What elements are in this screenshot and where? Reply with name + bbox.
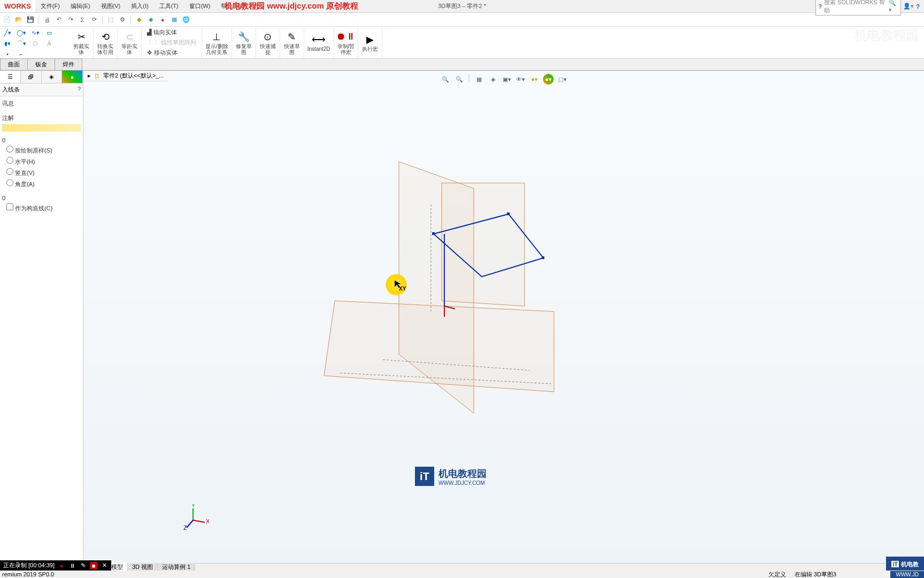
tab-weldment[interactable]: 焊件 xyxy=(55,58,82,70)
text-tool-icon[interactable]: A xyxy=(43,39,56,48)
appearance-tab[interactable]: ● xyxy=(62,71,83,83)
panel-title: 入线条 xyxy=(2,86,20,94)
option-horizontal[interactable]: 水平(H) xyxy=(2,156,81,167)
rec-stop-icon[interactable]: ■ xyxy=(90,562,97,569)
relations-icon[interactable]: ⊥ xyxy=(208,31,225,43)
snap-icon[interactable]: ⊙ xyxy=(259,31,276,43)
option-as-sketched[interactable]: 按绘制原样(S) xyxy=(2,144,81,156)
breadcrumb-part[interactable]: 零件2 (默认<<默认>_... xyxy=(103,72,164,80)
repair-icon[interactable]: 🔧 xyxy=(235,31,252,43)
spline-tool-icon[interactable]: ∿▾ xyxy=(29,28,42,37)
feature-tree-tab[interactable]: ☰ xyxy=(0,71,21,83)
tool-icon-3[interactable]: ● xyxy=(158,15,167,25)
model-tabs-bar: 模型 3D 视图 运动算例 1 xyxy=(0,563,924,571)
rapid-sketch-icon[interactable]: ✎ xyxy=(283,31,301,43)
view-orient-icon[interactable]: ◈ xyxy=(488,74,498,85)
document-title: 3D草图3 – 零件2 * xyxy=(438,2,486,10)
property-tab[interactable]: 🗊 xyxy=(21,71,42,83)
pattern-icon: ⋮⋮ xyxy=(147,39,159,46)
polygon-tool-icon[interactable]: ⬡ xyxy=(29,39,42,48)
rec-pause2-icon[interactable]: ⏸ xyxy=(68,562,76,569)
move-icon: ✥ xyxy=(147,49,152,56)
menu-tools[interactable]: 工具(T) xyxy=(154,2,184,10)
tool-icon-5[interactable]: 🌐 xyxy=(181,15,191,25)
bottom-right-url: WWW.JD xyxy=(890,571,924,578)
svg-text:Y: Y xyxy=(191,504,196,508)
move-button[interactable]: ✥移动实体 xyxy=(145,48,198,57)
menu-insert[interactable]: 插入(I) xyxy=(126,2,153,10)
hide-show-icon[interactable]: 👁▾ xyxy=(515,74,526,85)
convert-icon[interactable]: ⟲ xyxy=(97,31,114,43)
sigma-icon[interactable]: Σ xyxy=(78,15,87,25)
tab-sheetmetal[interactable]: 钣金 xyxy=(27,58,55,70)
help-icon: ? xyxy=(818,3,822,10)
view-settings-icon[interactable]: ▢▾ xyxy=(557,74,568,85)
convert-label: 转换实 体引用 xyxy=(97,43,113,55)
trim-icon[interactable]: ✂ xyxy=(73,31,90,43)
section-icon[interactable]: ▦ xyxy=(474,74,484,85)
fillet-tool-icon[interactable]: ⌐ xyxy=(15,49,28,59)
option-construction[interactable]: 作为构造线(C) xyxy=(2,202,81,214)
menu-window[interactable]: 窗口(W) xyxy=(184,2,216,10)
slot-tool-icon[interactable]: ◖▾ xyxy=(1,39,14,48)
menu-view[interactable]: 视图(V) xyxy=(96,2,126,10)
status-bar: remium 2019 SP0.0 欠定义 在编辑 3D草图3 xyxy=(0,571,924,578)
rec-edit-icon[interactable]: ✎ xyxy=(79,562,87,569)
new-icon[interactable]: 📄 xyxy=(2,15,12,25)
option-vertical[interactable]: 竖直(V) xyxy=(2,167,81,178)
zoom-area-icon[interactable]: 🔍 xyxy=(454,74,465,85)
redo-icon[interactable]: ↷ xyxy=(66,15,75,25)
point-tool-icon[interactable]: • xyxy=(1,49,14,59)
rebuild-icon[interactable]: ⟳ xyxy=(89,15,99,25)
undo-icon[interactable]: ↶ xyxy=(54,15,64,25)
circle-tool-icon[interactable]: ◯▾ xyxy=(15,28,28,37)
run-macro-icon[interactable]: ▶ xyxy=(361,33,379,46)
command-ribbon: ╱▾ ◯▾ ∿▾ ▭ ◖▾ ⌒▾ ⬡ A • ⌐ ✂剪裁实 体 ⟲转换实 体引用… xyxy=(0,27,924,59)
svg-text:Z: Z xyxy=(183,524,187,531)
sketch-tools-group: ╱▾ ◯▾ ∿▾ ▭ ◖▾ ⌒▾ ⬡ A • ⌐ xyxy=(0,27,70,58)
options-icon[interactable]: ⚙ xyxy=(118,15,127,25)
print-icon[interactable]: 🖨 xyxy=(42,15,52,25)
zoom-fit-icon[interactable]: 🔍 xyxy=(440,74,451,85)
option-angle[interactable]: 角度(A) xyxy=(2,178,81,189)
appearance-icon[interactable]: ●▾ xyxy=(529,74,540,85)
tab-3dview[interactable]: 3D 视图 xyxy=(128,563,158,571)
display-style-icon[interactable]: ▣▾ xyxy=(502,74,512,85)
breadcrumb-expand-icon[interactable]: ▸ xyxy=(88,72,91,79)
line-tool-icon[interactable]: ╱▾ xyxy=(1,28,14,37)
tool-icon-1[interactable]: ◆ xyxy=(134,15,144,25)
tab-surface[interactable]: 曲面 xyxy=(0,58,28,70)
user-icon[interactable]: 👤▾ xyxy=(903,3,914,10)
tool-icon-2[interactable]: ◆ xyxy=(146,15,156,25)
config-tab[interactable]: ◈ xyxy=(42,71,63,83)
rec-close-icon[interactable]: ✕ xyxy=(101,562,108,569)
panel-help-icon[interactable]: ? xyxy=(78,86,81,94)
scene-icon[interactable]: ●▾ xyxy=(543,74,554,85)
select-icon[interactable]: ⬚ xyxy=(106,15,116,25)
rec-pause-icon[interactable]: ● xyxy=(58,562,65,569)
menu-file[interactable]: 文件(F) xyxy=(35,2,65,10)
part-icon: 🗋 xyxy=(94,73,100,79)
arc-tool-icon[interactable]: ⌒▾ xyxy=(15,39,28,48)
instant2d-icon[interactable]: ⟷ xyxy=(310,33,327,46)
save-icon[interactable]: 💾 xyxy=(26,15,35,25)
tool-icon-4[interactable]: ▦ xyxy=(170,15,179,25)
svg-line-16 xyxy=(187,520,193,528)
orientation-triad[interactable]: Y X Z xyxy=(182,504,209,531)
trim-label: 剪裁实 体 xyxy=(73,43,89,55)
rect-tool-icon[interactable]: ▭ xyxy=(43,28,56,37)
mirror-button[interactable]: ▟镜向实体 xyxy=(145,28,198,37)
highlighted-row[interactable] xyxy=(2,124,81,132)
3d-viewport[interactable]: 🔍 🔍 ▦ ◈ ▣▾ 👁▾ ●▾ ●▾ ▢▾ xyxy=(83,71,924,563)
banner-text: 机电教程园 www.jdjcy.com 原创教程 xyxy=(225,1,358,11)
help-button[interactable]: ? xyxy=(916,3,920,10)
mirror-icon: ▟ xyxy=(147,29,151,36)
open-icon[interactable]: 📂 xyxy=(14,15,24,25)
cursor-arrow-icon xyxy=(394,279,404,290)
svg-marker-2 xyxy=(442,183,525,306)
heads-up-toolbar: 🔍 🔍 ▦ ◈ ▣▾ 👁▾ ●▾ ●▾ ▢▾ xyxy=(440,74,568,85)
tab-motion[interactable]: 运动算例 1 xyxy=(158,563,195,571)
search-input[interactable]: ?搜索 SOLIDWORKS 帮助🔍▾ xyxy=(815,0,901,16)
menu-edit[interactable]: 编辑(E) xyxy=(65,2,96,10)
record-macro-icon[interactable]: ⏺⏸ xyxy=(337,31,355,43)
